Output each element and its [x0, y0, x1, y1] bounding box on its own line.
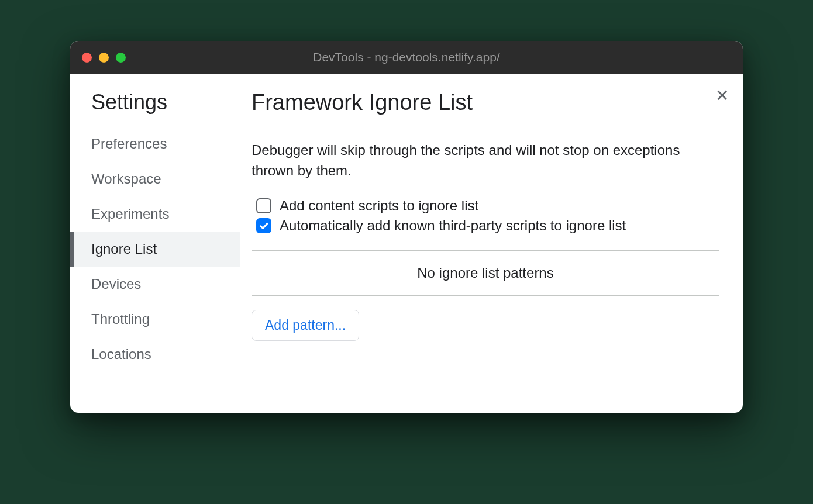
minimize-window-button[interactable] — [99, 53, 109, 63]
checkbox-content-scripts[interactable] — [256, 198, 271, 213]
checkbox-label: Add content scripts to ignore list — [280, 198, 478, 214]
sidebar-item-devices[interactable]: Devices — [70, 267, 240, 302]
close-window-button[interactable] — [82, 53, 92, 63]
sidebar-item-preferences[interactable]: Preferences — [70, 126, 240, 161]
sidebar-item-throttling[interactable]: Throttling — [70, 302, 240, 337]
checkbox-label: Automatically add known third-party scri… — [280, 218, 626, 234]
traffic-lights — [82, 53, 126, 63]
checkbox-row-third-party: Automatically add known third-party scri… — [252, 218, 719, 234]
maximize-window-button[interactable] — [116, 53, 126, 63]
patterns-empty-text: No ignore list patterns — [417, 265, 553, 281]
sidebar-item-experiments[interactable]: Experiments — [70, 196, 240, 232]
page-description: Debugger will skip through the scripts a… — [252, 140, 719, 181]
page-title: Framework Ignore List — [252, 90, 719, 127]
checkbox-third-party-scripts[interactable] — [256, 218, 271, 233]
sidebar-title: Settings — [70, 90, 240, 126]
add-pattern-button[interactable]: Add pattern... — [252, 310, 359, 341]
sidebar-item-label: Preferences — [91, 136, 167, 151]
sidebar-item-label: Workspace — [91, 171, 161, 187]
sidebar-item-label: Ignore List — [91, 241, 157, 257]
settings-main: Framework Ignore List Debugger will skip… — [240, 74, 743, 413]
sidebar-item-ignore-list[interactable]: Ignore List — [70, 232, 240, 267]
sidebar-item-label: Devices — [91, 276, 141, 292]
sidebar-item-label: Locations — [91, 346, 151, 362]
sidebar-item-label: Throttling — [91, 311, 150, 327]
settings-content: ✕ Settings Preferences Workspace Experim… — [70, 74, 743, 413]
settings-sidebar: Settings Preferences Workspace Experimen… — [70, 74, 240, 413]
checkmark-icon — [259, 220, 269, 231]
sidebar-item-label: Experiments — [91, 206, 169, 222]
window-title: DevTools - ng-devtools.netlify.app/ — [313, 50, 499, 64]
window-titlebar: DevTools - ng-devtools.netlify.app/ — [70, 41, 743, 74]
devtools-settings-window: DevTools - ng-devtools.netlify.app/ ✕ Se… — [70, 41, 743, 413]
sidebar-item-workspace[interactable]: Workspace — [70, 161, 240, 196]
sidebar-item-locations[interactable]: Locations — [70, 337, 240, 372]
close-settings-button[interactable]: ✕ — [715, 88, 729, 104]
checkbox-row-content-scripts: Add content scripts to ignore list — [252, 198, 719, 214]
ignore-list-patterns-box: No ignore list patterns — [252, 250, 719, 296]
